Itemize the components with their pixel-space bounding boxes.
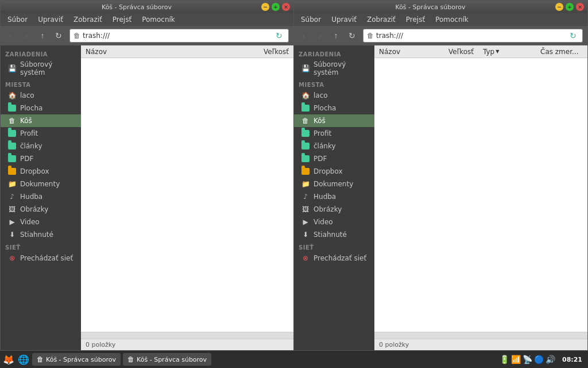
menu-edit-right[interactable]: Upraviť xyxy=(327,14,361,25)
scrollbar-left[interactable] xyxy=(81,332,293,339)
folder-dropbox-icon-left xyxy=(7,167,17,176)
menu-go-left[interactable]: Prejsť xyxy=(108,14,136,25)
forward-button-left[interactable]: › xyxy=(19,28,34,43)
folder-plocha-icon-right xyxy=(301,103,310,113)
sidebar-item-network-right[interactable]: ⊗ Prechádzať sieť xyxy=(294,252,374,264)
menu-help-left[interactable]: Pomocník xyxy=(137,14,180,25)
col-name-right[interactable]: Názov xyxy=(374,48,432,56)
sidebar-item-dropbox-left[interactable]: Dropbox xyxy=(1,165,81,178)
sidebar-item-clanky-right[interactable]: články xyxy=(294,140,374,152)
sidebar-item-dropbox-right[interactable]: Dropbox xyxy=(294,165,374,178)
menu-view-right[interactable]: Zobraziť xyxy=(362,14,400,25)
reload-button-left[interactable]: ↻ xyxy=(51,28,66,43)
sidebar-item-video-right[interactable]: ▶ Video xyxy=(294,216,374,228)
col-name-left[interactable]: Názov xyxy=(81,48,247,56)
network-icon-right: ⊗ xyxy=(301,254,310,263)
sidebar-item-profit-right[interactable]: Profit xyxy=(294,127,374,140)
close-button-right[interactable]: × xyxy=(576,3,584,11)
address-bar-left[interactable]: 🗑 trash:/// ↻ xyxy=(69,29,289,43)
menu-view-left[interactable]: Zobraziť xyxy=(69,14,107,25)
back-button-left[interactable]: ‹ xyxy=(3,28,18,43)
sidebar-item-profit-left[interactable]: Profit xyxy=(1,127,81,140)
menu-go-right[interactable]: Prejsť xyxy=(401,14,430,25)
menubar-right: Súbor Upraviť Zobraziť Prejsť Pomocník xyxy=(294,13,587,26)
music-icon-left: ♪ xyxy=(7,192,17,201)
scrollbar-right[interactable] xyxy=(374,332,587,339)
sidebar-item-laco-left[interactable]: 🏠 laco xyxy=(1,89,81,102)
minimize-button-left[interactable]: − xyxy=(261,3,269,11)
sidebar-item-network-left[interactable]: ⊗ Prechádzať sieť xyxy=(1,252,81,264)
sidebar-item-hudba-right[interactable]: ♪ Hudba xyxy=(294,190,374,203)
file-content-right[interactable] xyxy=(374,58,587,332)
sidebar-label-network-left: Prechádzať sieť xyxy=(20,254,73,262)
sidebar-item-pdf-right[interactable]: PDF xyxy=(294,152,374,165)
menu-edit-left[interactable]: Upraviť xyxy=(33,14,68,25)
sidebar-item-filesystem-right[interactable]: 💾 Súborový systém xyxy=(294,59,374,78)
taskbar-app-right[interactable]: 🗑 Kôš - Správca súborov xyxy=(123,353,211,366)
sidebar-item-plocha-right[interactable]: Plocha xyxy=(294,102,374,114)
up-button-right[interactable]: ↑ xyxy=(328,28,343,43)
folder-plocha-icon-left xyxy=(7,103,17,113)
col-date-right[interactable]: Čas zmer... xyxy=(536,48,587,56)
up-button-left[interactable]: ↑ xyxy=(35,28,50,43)
window-left: Kôš - Správca súborov − + × Súbor Upravi… xyxy=(0,0,294,351)
sidebar-label-plocha-left: Plocha xyxy=(20,104,42,112)
file-content-left[interactable] xyxy=(81,58,293,332)
section-miesta-left: MIESTA xyxy=(1,78,81,89)
col-size-right[interactable]: Veľkosť xyxy=(432,48,478,56)
window-controls-left: − + × xyxy=(261,3,290,11)
section-siet-right: SIEŤ xyxy=(294,241,374,252)
reload-button-right[interactable]: ↻ xyxy=(345,28,359,43)
sidebar-label-clanky-right: články xyxy=(314,142,336,150)
toolbar-right: ‹ › ↑ ↻ 🗑 trash:/// ↻ xyxy=(294,26,587,45)
sidebar-item-obrazky-left[interactable]: 🖼 Obrázky xyxy=(1,203,81,216)
hdd-icon-right: 💾 xyxy=(301,64,310,73)
menu-help-right[interactable]: Pomocník xyxy=(431,14,473,25)
column-header-left: Názov Veľkosť xyxy=(81,45,293,58)
sidebar-item-video-left[interactable]: ▶ Video xyxy=(1,216,81,228)
sidebar-item-clanky-left[interactable]: články xyxy=(1,140,81,152)
address-reload-left[interactable]: ↻ xyxy=(273,30,285,41)
sidebar-item-plocha-left[interactable]: Plocha xyxy=(1,102,81,114)
folder-dropbox-icon-right xyxy=(301,167,310,176)
sidebar-item-stiahnuté-left[interactable]: ⬇ Stiahnuté xyxy=(1,228,81,241)
bluetooth-icon: 🔵 xyxy=(534,355,544,364)
forward-button-right[interactable]: › xyxy=(312,28,327,43)
sidebar-label-filesystem-right: Súborový systém xyxy=(314,60,370,76)
taskbar-trash-icon-right: 🗑 xyxy=(127,355,134,363)
close-button-left[interactable]: × xyxy=(282,3,290,11)
sidebar-item-hudba-left[interactable]: ♪ Hudba xyxy=(1,190,81,203)
col-size-left[interactable]: Veľkosť xyxy=(247,48,293,56)
folder-dokumenty-icon-right: 📁 xyxy=(301,179,310,189)
sidebar-label-kos-left: Kôš xyxy=(20,117,32,125)
sidebar-label-laco-right: laco xyxy=(314,91,328,99)
address-reload-right[interactable]: ↻ xyxy=(567,30,579,41)
minimize-button-right[interactable]: − xyxy=(555,3,563,11)
video-icon-right: ▶ xyxy=(301,217,310,227)
taskbar-chromium-icon[interactable]: 🌐 xyxy=(17,353,30,366)
back-button-right[interactable]: ‹ xyxy=(296,28,311,43)
maximize-button-right[interactable]: + xyxy=(566,3,574,11)
menu-file-right[interactable]: Súbor xyxy=(296,14,326,25)
sidebar-item-kos-left[interactable]: 🗑 Kôš xyxy=(1,114,81,127)
sidebar-item-laco-right[interactable]: 🏠 laco xyxy=(294,89,374,102)
sidebar-item-dokumenty-left[interactable]: 📁 Dokumenty xyxy=(1,178,81,190)
column-header-right: Názov Veľkosť Typ ▼ Čas zmer... xyxy=(374,45,587,58)
address-bar-right[interactable]: 🗑 trash:/// ↻ xyxy=(363,29,583,43)
sidebar-item-pdf-left[interactable]: PDF xyxy=(1,152,81,165)
taskbar-firefox-icon[interactable]: 🦊 xyxy=(2,353,15,366)
folder-pdf-icon-left xyxy=(7,154,17,163)
sidebar-item-kos-right[interactable]: 🗑 Kôš xyxy=(294,114,374,127)
taskbar-app-label-right: Kôš - Správca súborov xyxy=(137,356,207,363)
menu-file-left[interactable]: Súbor xyxy=(3,14,32,25)
image-icon-right: 🖼 xyxy=(301,205,310,214)
sidebar-item-stiahnuté-right[interactable]: ⬇ Stiahnuté xyxy=(294,228,374,241)
col-type-right[interactable]: Typ ▼ xyxy=(478,48,536,56)
taskbar-app-left[interactable]: 🗑 Kôš - Správca súborov xyxy=(32,353,121,366)
sidebar-item-filesystem-left[interactable]: 💾 Súborový systém xyxy=(1,59,81,78)
maximize-button-left[interactable]: + xyxy=(272,3,280,11)
sort-arrow-icon: ▼ xyxy=(496,49,499,54)
sidebar-item-obrazky-right[interactable]: 🖼 Obrázky xyxy=(294,203,374,216)
sidebar-item-dokumenty-right[interactable]: 📁 Dokumenty xyxy=(294,178,374,190)
sidebar-label-stiahnuté-left: Stiahnuté xyxy=(20,231,53,239)
